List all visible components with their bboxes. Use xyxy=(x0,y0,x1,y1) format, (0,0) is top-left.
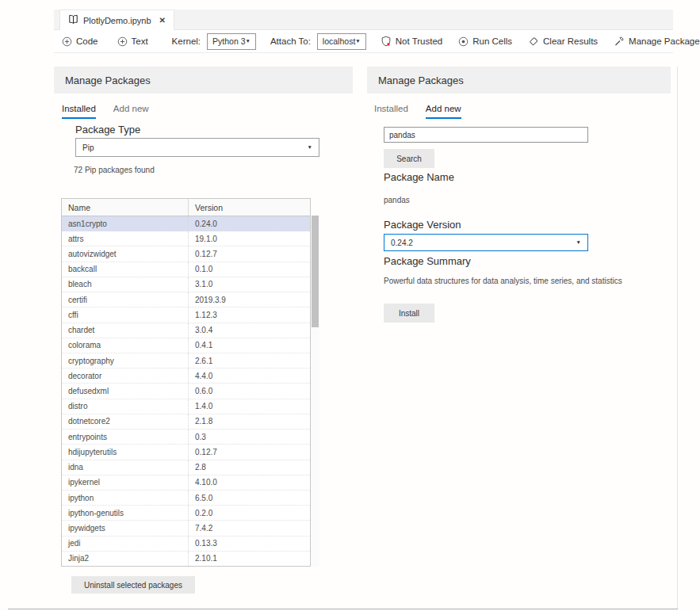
circle-plus-icon xyxy=(62,36,72,47)
cell-package-version: 2.6.1 xyxy=(189,353,310,368)
table-row[interactable]: idna2.8 xyxy=(62,460,310,475)
package-table-body: asn1crypto0.24.0attrs19.1.0autovizwidget… xyxy=(62,216,310,566)
cell-package-name: ipython-genutils xyxy=(62,506,189,520)
run-icon xyxy=(458,36,469,47)
manage-packages-panel-right-header: Manage Packages xyxy=(367,67,671,94)
cell-package-name: decorator xyxy=(62,369,189,383)
cell-package-name: cryptography xyxy=(62,353,189,368)
table-row[interactable]: cryptography2.6.1 xyxy=(62,353,310,369)
column-header-name[interactable]: Name xyxy=(62,199,189,216)
eraser-icon xyxy=(528,36,539,47)
package-version-label: Package Version xyxy=(384,219,461,231)
cell-package-version: 0.4.1 xyxy=(189,338,310,353)
table-row[interactable]: dotnetcore22.1.8 xyxy=(62,414,310,430)
table-row[interactable]: ipython-genutils0.2.0 xyxy=(62,506,310,521)
table-row[interactable]: backcall0.1.0 xyxy=(62,262,310,277)
package-type-select[interactable]: Pip ▼ xyxy=(75,138,319,157)
table-row[interactable]: Jinja22.10.1 xyxy=(62,552,310,566)
table-row[interactable]: hdijupyterutils0.12.7 xyxy=(62,445,310,460)
tab-close-icon[interactable]: ✕ xyxy=(159,16,166,25)
cell-package-version: 4.10.0 xyxy=(189,475,310,490)
cell-package-name: backcall xyxy=(62,262,189,277)
table-row[interactable]: ipython6.5.0 xyxy=(62,491,310,506)
tab-installed[interactable]: Installed xyxy=(374,104,408,119)
table-row[interactable]: autovizwidget0.12.7 xyxy=(62,246,310,262)
attach-to-select[interactable]: localhost ▼ xyxy=(317,33,366,50)
cell-package-name: chardet xyxy=(62,323,189,338)
table-row[interactable]: colorama0.4.1 xyxy=(62,338,310,353)
notebook-toolbar: Code Text Kernel: Python 3 ▼ Attach To: … xyxy=(54,30,673,53)
chevron-down-icon: ▼ xyxy=(355,39,360,44)
table-row[interactable]: chardet3.0.4 xyxy=(62,323,310,338)
table-row[interactable]: asn1crypto0.24.0 xyxy=(62,216,310,231)
package-summary-value: Powerful data structures for data analys… xyxy=(384,277,669,285)
table-row[interactable]: defusedxml0.6.0 xyxy=(62,384,310,399)
table-row[interactable]: entrypoints0.3 xyxy=(62,430,310,445)
cell-package-version: 0.3 xyxy=(189,430,310,444)
cell-package-name: colorama xyxy=(62,338,189,353)
cell-package-name: certifi xyxy=(62,292,189,307)
tab-installed[interactable]: Installed xyxy=(62,104,96,119)
cell-package-version: 0.2.0 xyxy=(189,506,310,520)
package-count-text: 72 Pip packages found xyxy=(74,166,155,174)
manage-packages-panel-left-header: Manage Packages xyxy=(54,67,353,94)
package-name-value: pandas xyxy=(384,196,410,204)
content-border-bottom xyxy=(8,609,678,609)
cell-package-version: 4.4.0 xyxy=(189,369,310,383)
cell-package-version: 2.10.1 xyxy=(189,552,310,566)
cell-package-version: 1.4.0 xyxy=(189,399,310,414)
search-button[interactable]: Search xyxy=(384,149,434,168)
cell-package-version: 2.8 xyxy=(189,460,310,475)
table-row[interactable]: jedi0.13.3 xyxy=(62,537,310,552)
table-row[interactable]: distro1.4.0 xyxy=(62,399,310,414)
cell-package-name: Jinja2 xyxy=(62,552,189,566)
cell-package-name: entrypoints xyxy=(62,430,189,444)
tab-add-new[interactable]: Add new xyxy=(426,104,461,119)
table-scrollbar-thumb[interactable] xyxy=(312,216,319,327)
circle-plus-icon xyxy=(117,36,128,47)
cell-package-name: distro xyxy=(62,399,189,414)
table-scrollbar-track[interactable] xyxy=(311,216,319,567)
table-row[interactable]: ipykernel4.10.0 xyxy=(62,475,310,491)
tab-add-new[interactable]: Add new xyxy=(113,104,149,119)
column-header-version[interactable]: Version xyxy=(189,199,310,216)
package-version-value: 0.24.2 xyxy=(391,239,413,247)
uninstall-button[interactable]: Uninstall selected packages xyxy=(71,576,195,594)
add-code-button[interactable]: Code xyxy=(62,36,98,47)
cell-package-version: 19.1.0 xyxy=(189,231,310,246)
clear-results-button[interactable]: Clear Results xyxy=(528,36,598,47)
install-button[interactable]: Install xyxy=(384,304,434,323)
table-row[interactable]: ipywidgets7.4.2 xyxy=(62,521,310,536)
cell-package-name: jedi xyxy=(62,537,189,551)
table-row[interactable]: cffi1.12.3 xyxy=(62,307,310,323)
cell-package-version: 0.6.0 xyxy=(189,384,310,398)
cell-package-version: 2019.3.9 xyxy=(189,292,310,307)
manage-packages-button[interactable]: Manage Packages xyxy=(614,36,700,47)
notebook-tab[interactable]: PlotlyDemo.ipynb ✕ xyxy=(59,10,174,30)
table-row[interactable]: certifi2019.3.9 xyxy=(62,292,310,307)
content-border-right xyxy=(677,67,678,609)
shield-icon xyxy=(381,36,392,47)
kernel-select[interactable]: Python 3 ▼ xyxy=(207,33,256,50)
search-input[interactable] xyxy=(384,127,588,143)
run-cells-button[interactable]: Run Cells xyxy=(458,36,512,47)
left-panel-tabs: Installed Add new xyxy=(62,104,149,119)
table-row[interactable]: attrs19.1.0 xyxy=(62,231,310,246)
tab-title: PlotlyDemo.ipynb xyxy=(83,16,151,25)
panel-title: Manage Packages xyxy=(65,74,151,86)
table-row[interactable]: decorator4.4.0 xyxy=(62,369,310,384)
cell-package-version: 1.12.3 xyxy=(189,307,310,322)
add-text-button[interactable]: Text xyxy=(117,36,148,47)
cell-package-name: bleach xyxy=(62,277,189,292)
not-trusted-button[interactable]: Not Trusted xyxy=(381,36,442,47)
package-version-select[interactable]: 0.24.2 ▼ xyxy=(384,234,588,251)
table-header: Name Version xyxy=(62,199,310,216)
chevron-down-icon: ▼ xyxy=(308,145,312,151)
cell-package-name: cffi xyxy=(62,307,189,322)
table-row[interactable]: bleach3.1.0 xyxy=(62,277,310,292)
cell-package-name: defusedxml xyxy=(62,384,189,398)
cell-package-name: ipython xyxy=(62,491,189,505)
notebook-icon xyxy=(68,14,78,26)
cell-package-name: ipywidgets xyxy=(62,521,189,535)
package-type-label: Package Type xyxy=(75,124,140,136)
